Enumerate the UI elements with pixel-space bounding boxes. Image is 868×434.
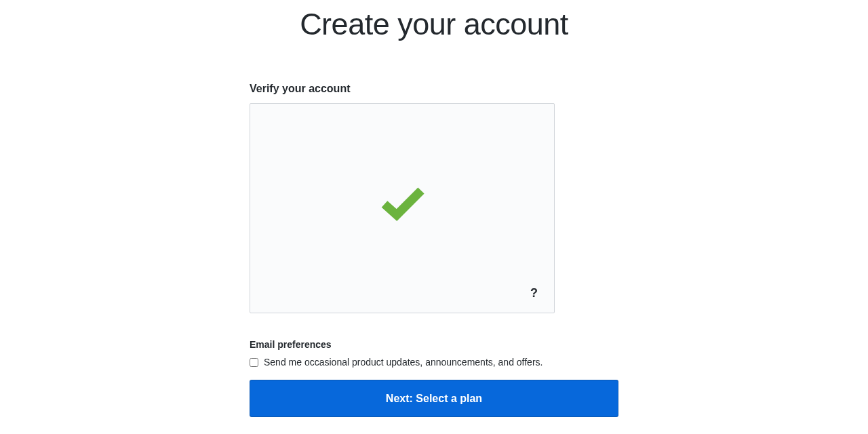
verify-label: Verify your account	[250, 83, 618, 95]
email-prefs-heading: Email preferences	[250, 339, 618, 350]
captcha-panel: ?	[250, 103, 555, 313]
email-prefs-checkbox-label[interactable]: Send me occasional product updates, anno…	[264, 357, 542, 368]
page-title: Create your account	[250, 7, 618, 42]
email-prefs-checkbox[interactable]	[250, 358, 258, 367]
next-button[interactable]: Next: Select a plan	[250, 380, 618, 417]
email-prefs-row: Send me occasional product updates, anno…	[250, 357, 618, 368]
checkmark-icon	[375, 176, 429, 233]
help-icon[interactable]: ?	[530, 286, 538, 300]
